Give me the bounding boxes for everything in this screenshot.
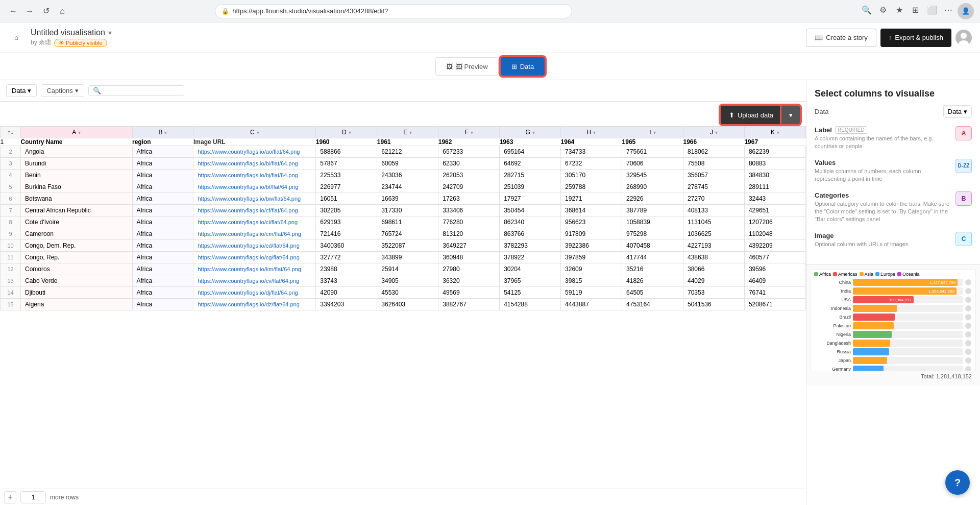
viz-title-chevron[interactable]: ▾	[108, 29, 112, 37]
bottom-bar: + more rows	[0, 489, 806, 505]
cell-j: 4227193	[683, 240, 744, 252]
export-publish-button[interactable]: ↑ Export & publish	[880, 29, 951, 47]
chrome-user-avatar[interactable]: 👤	[958, 3, 974, 19]
mini-bar-row: Nigeria	[815, 331, 971, 338]
col-header-d[interactable]: D▾	[316, 127, 377, 138]
bar-fill	[853, 348, 889, 355]
upload-data-button[interactable]: ⬆ Upload data	[721, 106, 781, 124]
image-field-badge[interactable]: C	[955, 232, 972, 246]
chrome-more-btn[interactable]: ⋯	[941, 3, 955, 17]
cell-i: 975298	[622, 228, 683, 240]
cell-g: 251039	[500, 181, 561, 193]
cell-j: 38066	[683, 263, 744, 275]
visibility-badge[interactable]: 👁 Publicly visible	[54, 39, 107, 47]
cell-g: 37965	[500, 275, 561, 287]
row-num-cell: 13	[1, 275, 21, 287]
col-header-j[interactable]: J▾	[683, 127, 744, 138]
cell-region: Africa	[132, 299, 193, 310]
chrome-search-btn[interactable]: 🔍	[860, 3, 874, 17]
categories-field-badge[interactable]: B	[955, 191, 972, 206]
create-story-button[interactable]: 📖 Create a story	[806, 29, 876, 47]
data-dropdown[interactable]: Data ▾	[6, 84, 37, 97]
cell-d: 225533	[316, 170, 377, 181]
captions-dropdown[interactable]: Captions ▾	[41, 84, 84, 97]
col-header-k[interactable]: K▾	[744, 127, 805, 138]
flag-icon	[965, 305, 971, 311]
cell-h: 917809	[561, 228, 622, 240]
upload-arrow-button[interactable]: ▾	[781, 106, 800, 124]
col-header-a[interactable]: A▾	[21, 127, 133, 138]
values-field-badge[interactable]: D-ZZ	[955, 159, 972, 173]
cell-e: 16639	[377, 193, 438, 205]
home-button[interactable]: ⌂	[55, 4, 69, 18]
cell-i: 41826	[622, 275, 683, 287]
tab-bar: 🖼 🖼 Preview ⊞ Data	[0, 53, 980, 80]
cell-region: Africa	[132, 275, 193, 287]
field-header-e: 1961	[377, 138, 438, 146]
cell-e: 343899	[377, 252, 438, 263]
row-num-cell: 11	[1, 252, 21, 263]
cell-k: 46409	[744, 275, 805, 287]
cell-i: 4753164	[622, 299, 683, 310]
cell-d: 16051	[316, 193, 377, 205]
cell-f: 813120	[438, 228, 500, 240]
field-image-name: Image	[815, 232, 951, 239]
row-num-cell: 7	[1, 205, 21, 217]
user-avatar[interactable]	[955, 30, 972, 46]
bar-fill	[853, 322, 894, 329]
app-home-button[interactable]: ⌂	[8, 30, 24, 46]
address-bar[interactable]: 🔒 https://app.flourish.studio/visualisat…	[215, 4, 572, 18]
row-num-cell: 4	[1, 170, 21, 181]
chrome-tab-btn[interactable]: ⬜	[925, 3, 939, 17]
data-source-select[interactable]: Data ▾	[943, 105, 972, 118]
row-count-input[interactable]	[20, 491, 46, 503]
cell-f: 333406	[438, 205, 500, 217]
cell-h: 19271	[561, 193, 622, 205]
cell-h: 4443887	[561, 299, 622, 310]
col-header-h[interactable]: H▾	[561, 127, 622, 138]
table-row: 10 Congo, Dem. Rep. Africa https://www.c…	[1, 240, 806, 252]
chrome-extensions-btn[interactable]: ⚙	[876, 3, 890, 17]
data-tab-icon: ⊞	[511, 63, 517, 70]
forward-button[interactable]: →	[22, 4, 37, 18]
spreadsheet[interactable]: ↑↓ A▾ B▾ C▾ D▾	[0, 126, 806, 489]
col-header-g[interactable]: G▾	[500, 127, 561, 138]
col-header-c[interactable]: C▾	[193, 127, 316, 138]
col-header-i[interactable]: I▾	[622, 127, 683, 138]
cell-k: 1207206	[744, 217, 805, 228]
field-image-row: Image Optional column with URLs of image…	[815, 232, 972, 248]
cell-region: Africa	[132, 287, 193, 299]
preview-tab[interactable]: 🖼 🖼 Preview	[435, 57, 499, 76]
bar-fill: 1,427,647,786	[853, 279, 958, 286]
field-label-info: Label REQUIRED A column containing the n…	[815, 126, 951, 151]
data-tab[interactable]: ⊞ Data	[501, 57, 545, 76]
help-button[interactable]: ?	[945, 470, 970, 495]
col-header-e[interactable]: E▾	[377, 127, 438, 138]
data-dropdown-chevron: ▾	[28, 87, 31, 94]
create-story-icon: 📖	[815, 34, 823, 41]
bar-value-label: 1,427,647,786	[929, 280, 955, 285]
cell-h: 368614	[561, 205, 622, 217]
cell-f: 360948	[438, 252, 500, 263]
preview-tab-icon: 🖼	[446, 63, 453, 70]
search-input[interactable]	[103, 87, 180, 94]
flag-icon	[965, 314, 971, 320]
cell-e: 765724	[377, 228, 438, 240]
cell-f: 17263	[438, 193, 500, 205]
row-num-cell: 14	[1, 287, 21, 299]
label-field-badge[interactable]: A	[955, 126, 972, 140]
col-header-f[interactable]: F▾	[438, 127, 500, 138]
captions-label: Captions	[46, 87, 72, 94]
columns-section: Select columns to visualise Data Data ▾ …	[806, 80, 980, 265]
cell-image-url: https://www.countryflags.io/ao/flat/64.p…	[193, 146, 316, 158]
col-header-b[interactable]: B▾	[132, 127, 193, 138]
add-row-button[interactable]: +	[4, 491, 16, 503]
refresh-button[interactable]: ↺	[39, 4, 53, 18]
chrome-collections-btn[interactable]: ⊞	[909, 3, 923, 17]
bar-container	[853, 357, 963, 364]
cell-country: Botswana	[21, 193, 133, 205]
search-box: 🔍	[88, 85, 184, 96]
chrome-bookmark-btn[interactable]: ★	[892, 3, 906, 17]
back-button[interactable]: ←	[6, 4, 20, 18]
cell-i: 70606	[622, 158, 683, 170]
